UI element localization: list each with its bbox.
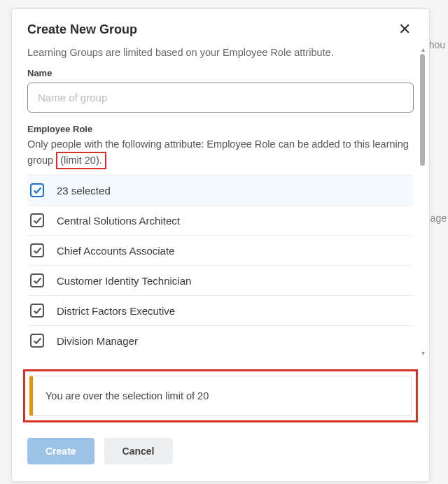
name-label: Name <box>27 68 414 78</box>
role-checkbox[interactable] <box>30 273 44 287</box>
background-text: age <box>430 213 447 224</box>
group-name-input[interactable] <box>27 83 414 113</box>
check-icon <box>33 336 42 346</box>
role-option[interactable]: Chief Accounts Associate <box>27 236 414 266</box>
background-text: hou <box>429 39 445 50</box>
check-icon <box>33 186 42 195</box>
modal-body: ▴ ▾ Learning Groups are limited based on… <box>12 47 429 355</box>
role-checkbox[interactable] <box>30 243 44 257</box>
role-checkbox[interactable] <box>30 304 44 318</box>
cancel-button[interactable]: Cancel <box>104 438 173 464</box>
create-button[interactable]: Create <box>27 438 94 464</box>
warning-highlight: You are over the selection limit of 20 <box>23 369 418 422</box>
close-button[interactable]: ✕ <box>396 22 414 37</box>
select-all-checkbox[interactable] <box>30 183 44 197</box>
modal-footer: Create Cancel <box>12 422 429 464</box>
scroll-up-icon[interactable]: ▴ <box>421 45 425 53</box>
role-option-label: District Factors Executive <box>57 305 175 317</box>
role-option[interactable]: Customer Identity Technician <box>27 266 414 296</box>
role-option[interactable]: Division Manager <box>27 326 414 355</box>
role-checkbox[interactable] <box>30 213 44 227</box>
create-group-modal: Create New Group ✕ ▴ ▾ Learning Groups a… <box>11 8 430 482</box>
role-option[interactable]: District Factors Executive <box>27 296 414 326</box>
warning-message: You are over the selection limit of 20 <box>29 376 412 416</box>
scroll-down-icon[interactable]: ▾ <box>421 349 425 357</box>
role-option-label: Division Manager <box>57 335 138 347</box>
role-option[interactable]: Central Solutions Architect <box>27 206 414 236</box>
modal-title: Create New Group <box>27 22 137 37</box>
selected-count-row[interactable]: 23 selected <box>27 176 414 206</box>
role-option-label: Chief Accounts Associate <box>57 245 174 257</box>
check-icon <box>33 306 42 315</box>
employee-role-label: Employee Role <box>27 124 414 134</box>
role-checkbox[interactable] <box>30 334 44 348</box>
check-icon <box>33 276 42 285</box>
selected-count-label: 23 selected <box>57 185 111 197</box>
scrollbar-thumb[interactable] <box>420 54 425 166</box>
role-option-label: Central Solutions Architect <box>57 215 180 227</box>
modal-header: Create New Group ✕ <box>12 9 429 43</box>
role-option-label: Customer Identity Technician <box>57 275 191 287</box>
employee-role-help: Only people with the following attribute… <box>27 137 414 169</box>
limit-highlight: (limit 20). <box>56 152 106 169</box>
modal-subtitle: Learning Groups are limited based on you… <box>27 47 414 58</box>
role-list: 23 selected Central Solutions Architect … <box>27 175 414 355</box>
check-icon <box>33 246 42 255</box>
check-icon <box>33 216 42 225</box>
